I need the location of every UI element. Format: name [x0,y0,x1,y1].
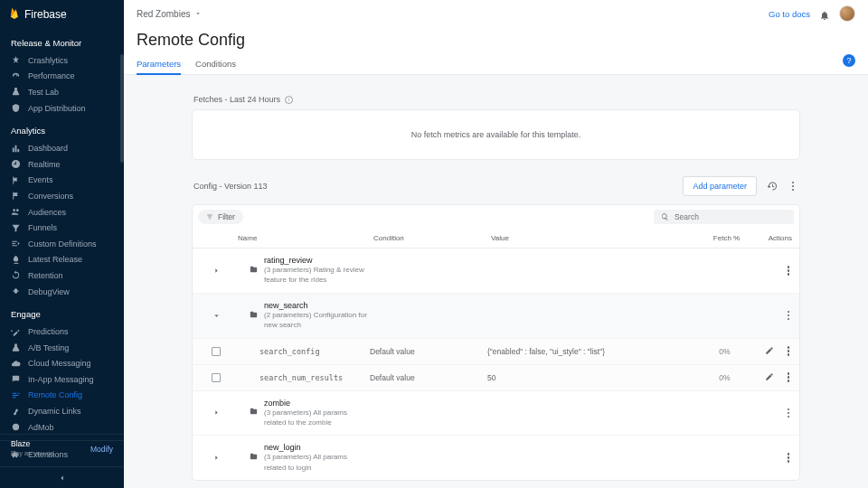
folder-icon [249,310,259,322]
info-icon[interactable]: i [285,96,293,104]
project-switcher[interactable]: Red Zombies [137,9,202,19]
avatar[interactable] [839,5,855,22]
docs-link[interactable]: Go to docs [769,9,810,19]
group-row[interactable]: zombie(3 parameters) All params related … [193,391,799,436]
search-input[interactable] [675,212,787,221]
fetches-label: Fetches - Last 24 Hours i [193,95,800,104]
row-more-button[interactable] [783,408,794,418]
funnel-icon [11,223,21,233]
plan-modify-button[interactable]: Modify [90,445,113,454]
content: Fetches - Last 24 Hours i No fetch metri… [124,75,868,488]
row-more-button[interactable] [783,346,794,356]
firebase-flame-icon [9,6,20,22]
sidebar-item-cloudmsg[interactable]: Cloud Messaging [0,356,124,372]
sidebar: Firebase Release & Monitor Crashlytics P… [0,0,124,488]
sidebar-item-performance[interactable]: Performance [0,69,124,85]
sidebar-item-admob[interactable]: AdMob [0,419,124,436]
group-row[interactable]: new_search(2 parameters) Configuration f… [193,294,799,339]
param-row[interactable]: search_num_results Default value 50 0% [193,365,799,391]
add-parameter-button[interactable]: Add parameter [683,176,757,196]
sidebar-item-testlab[interactable]: Test Lab [0,84,124,100]
group-row[interactable]: rating_review(3 parameters) Rating & rev… [193,249,799,294]
sidebar-item-customdef[interactable]: Custom Definitions [0,236,124,252]
wand-icon [11,327,21,337]
chevron-right-icon[interactable] [212,408,221,417]
folder-icon [249,452,259,464]
sidebar-collapse-button[interactable] [0,466,124,488]
page-header: Remote Config Parameters Conditions ? [124,27,868,75]
sidebar-item-dynlinks[interactable]: Dynamic Links [0,403,124,419]
config-icon [11,390,21,400]
people-icon [11,207,21,217]
flask-icon [11,87,21,97]
search-wrap[interactable] [654,210,794,224]
plan-box: Blaze Pay as you go Modify [0,434,124,463]
tab-conditions[interactable]: Conditions [195,53,236,74]
edit-button[interactable] [765,346,774,357]
sidebar-item-latestrel[interactable]: Latest Release [0,252,124,268]
crash-icon [11,55,21,65]
config-more-button[interactable] [788,182,798,192]
chevron-down-icon[interactable] [212,312,221,320]
help-button[interactable]: ? [843,54,855,67]
brand[interactable]: Firebase [0,0,124,28]
row-more-button[interactable] [783,372,794,382]
row-checkbox[interactable] [212,347,221,356]
chevron-right-icon[interactable] [212,267,221,275]
loop-icon [11,270,21,280]
metrics-card: No fetch metrics are available for this … [192,109,800,160]
flag-icon [11,175,21,185]
sidebar-item-abtesting[interactable]: A/B Testing [0,340,124,356]
admob-icon [11,422,21,432]
sidebar-item-events[interactable]: Events [0,173,124,189]
sidebar-item-realtime[interactable]: Realtime [0,156,124,173]
notifications-button[interactable] [819,8,830,19]
edit-button[interactable] [765,372,774,383]
sidebar-heading-engage[interactable]: Engage [0,299,124,324]
plan-name: Blaze [11,439,54,449]
sidebar-item-inappmsg[interactable]: In-App Messaging [0,371,124,388]
group-row[interactable]: new_login(3 parameters) All params relat… [193,436,799,480]
plan-sub: Pay as you go [11,449,54,458]
params-table: Filter Name Condition Value Fetch % [192,204,800,481]
folder-icon [249,407,259,418]
rocket-icon [11,255,21,265]
page-title: Remote Config [137,31,855,50]
tune-icon [11,239,21,249]
sidebar-item-dashboard[interactable]: Dashboard [0,140,124,156]
param-row[interactable]: search_config Default value {"enabled" :… [193,339,799,365]
clock-icon [11,159,21,169]
chart-icon [11,144,21,154]
table-header: Name Condition Value Fetch % Actions [193,229,799,249]
filter-button[interactable]: Filter [198,210,243,224]
sidebar-item-retention[interactable]: Retention [0,267,124,284]
row-more-button[interactable] [783,266,794,276]
sidebar-item-conversions[interactable]: Conversions [0,188,124,204]
sidebar-heading-analytics[interactable]: Analytics [0,116,124,140]
folder-icon [249,265,259,277]
chevron-right-icon[interactable] [212,454,221,462]
topbar: Red Zombies Go to docs [124,0,868,27]
sidebar-item-audiences[interactable]: Audiences [0,204,124,221]
dist-icon [11,103,21,113]
bug-icon [11,286,21,296]
sidebar-heading-release[interactable]: Release & Monitor [0,28,124,52]
sidebar-item-crashlytics[interactable]: Crashlytics [0,52,124,69]
config-version: Config - Version 113 [193,182,268,191]
flag2-icon [11,191,21,201]
row-more-button[interactable] [783,311,794,321]
row-checkbox[interactable] [212,373,221,382]
cloud-icon [11,359,21,369]
sidebar-item-debugview[interactable]: DebugView [0,284,124,300]
history-button[interactable] [763,177,781,195]
chevron-down-icon [194,10,202,17]
ab-icon [11,343,21,352]
sidebar-item-appdist[interactable]: App Distribution [0,100,124,117]
row-more-button[interactable] [783,453,794,463]
sidebar-item-funnels[interactable]: Funnels [0,220,124,236]
link-icon [11,407,21,417]
sidebar-item-remoteconfig[interactable]: Remote Config [0,388,124,404]
tab-parameters[interactable]: Parameters [137,53,181,74]
sidebar-item-predictions[interactable]: Predictions [0,324,124,340]
chat-icon [11,374,21,384]
